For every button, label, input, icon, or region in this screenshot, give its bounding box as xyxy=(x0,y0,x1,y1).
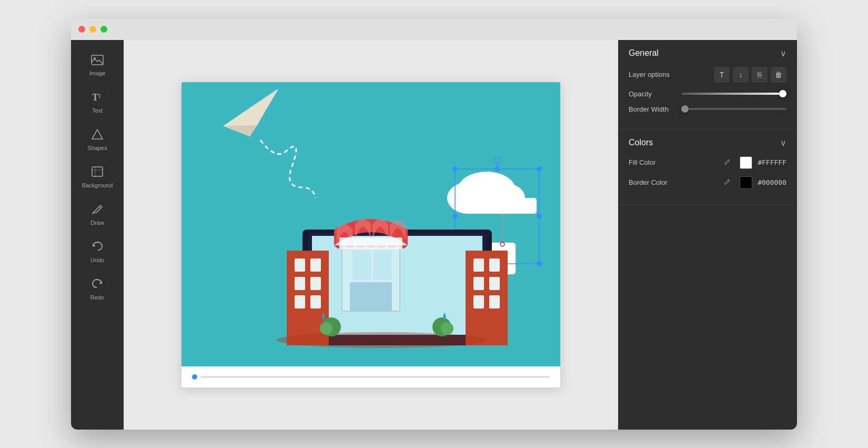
draw-icon xyxy=(91,203,104,216)
layer-options-row: Layer options T ↓ ⎘ 🗑 xyxy=(629,67,786,83)
canvas-content[interactable] xyxy=(181,82,560,366)
undo-icon xyxy=(91,241,104,254)
general-section-header: General ∨ xyxy=(629,48,786,58)
border-color-swatch[interactable] xyxy=(740,176,752,189)
general-chevron-icon[interactable]: ∨ xyxy=(780,48,786,58)
svg-rect-48 xyxy=(489,277,500,290)
border-color-hex: #000000 xyxy=(758,178,786,186)
svg-point-30 xyxy=(494,166,500,172)
image-icon xyxy=(91,55,104,67)
colors-section: Colors ∨ Fill Color #FFFFFF xyxy=(618,130,797,205)
sidebar-item-draw-label: Draw xyxy=(90,220,104,226)
svg-line-8 xyxy=(93,213,93,214)
opacity-label: Opacity xyxy=(629,90,676,98)
canvas-container[interactable] xyxy=(181,82,560,387)
svg-point-60 xyxy=(441,322,453,335)
redo-icon xyxy=(91,278,104,291)
canvas-scrollbar xyxy=(181,366,560,387)
fill-color-edit-icon[interactable] xyxy=(724,158,731,167)
svg-rect-43 xyxy=(310,295,321,308)
svg-point-26 xyxy=(452,166,458,172)
scroll-track[interactable] xyxy=(200,376,550,378)
general-section: General ∨ Layer options T ↓ ⎘ 🗑 Opacity xyxy=(618,40,797,130)
svg-rect-40 xyxy=(295,277,305,290)
colors-section-title: Colors xyxy=(629,138,653,147)
sidebar-item-image[interactable]: Image xyxy=(76,48,118,83)
border-color-row: Border Color #000000 xyxy=(629,176,786,189)
sidebar-item-shapes-label: Shapes xyxy=(87,145,107,151)
opacity-slider-thumb[interactable] xyxy=(779,90,786,97)
border-width-row: Border Width xyxy=(629,105,786,113)
layer-copy-button[interactable]: ⎘ xyxy=(752,67,768,83)
svg-point-33 xyxy=(537,214,542,219)
svg-rect-45 xyxy=(473,258,484,272)
sidebar-item-draw[interactable]: Draw xyxy=(76,197,118,232)
svg-text:T: T xyxy=(98,93,102,99)
sidebar: Image T T Text Shapes xyxy=(71,40,124,430)
svg-rect-5 xyxy=(92,167,103,176)
svg-rect-47 xyxy=(473,277,484,290)
border-color-label: Border Color xyxy=(629,178,676,186)
traffic-lights xyxy=(78,26,107,33)
opacity-row: Opacity xyxy=(629,90,786,98)
app-body: Image T T Text Shapes xyxy=(71,40,797,430)
svg-point-27 xyxy=(537,166,542,172)
layer-text-button[interactable]: T xyxy=(714,67,730,83)
svg-rect-55 xyxy=(339,237,402,249)
colors-chevron-icon[interactable]: ∨ xyxy=(780,138,786,148)
text-icon: T T xyxy=(91,91,104,104)
fill-color-row: Fill Color #FFFFFF xyxy=(629,156,786,169)
layer-options-icons: T ↓ ⎘ 🗑 xyxy=(714,67,786,83)
border-width-slider-track[interactable] xyxy=(681,108,786,110)
opacity-slider-track[interactable] xyxy=(681,93,786,95)
svg-rect-52 xyxy=(352,251,371,280)
sidebar-item-undo[interactable]: Undo xyxy=(76,234,118,270)
svg-rect-38 xyxy=(295,258,305,272)
svg-rect-54 xyxy=(350,282,392,311)
app-window: Image T T Text Shapes xyxy=(71,19,797,430)
scroll-indicator[interactable] xyxy=(192,374,197,380)
fill-color-swatch[interactable] xyxy=(740,156,752,169)
layer-options-label: Layer options xyxy=(629,71,676,78)
svg-rect-49 xyxy=(473,295,484,308)
fill-color-label: Fill Color xyxy=(629,158,676,166)
canvas-area xyxy=(124,40,618,430)
border-width-slider-thumb[interactable] xyxy=(681,105,689,113)
layer-download-button[interactable]: ↓ xyxy=(733,67,749,83)
svg-line-62 xyxy=(728,181,729,182)
maximize-button[interactable] xyxy=(100,26,107,33)
svg-rect-16 xyxy=(468,198,537,214)
sidebar-item-redo[interactable]: Redo xyxy=(76,272,118,307)
svg-rect-50 xyxy=(489,295,500,308)
border-color-edit-icon[interactable] xyxy=(724,178,731,187)
svg-rect-53 xyxy=(374,251,392,280)
svg-point-32 xyxy=(452,214,458,219)
sidebar-item-text-label: Text xyxy=(92,107,103,114)
svg-point-58 xyxy=(320,322,332,335)
background-icon xyxy=(91,166,104,179)
sidebar-item-text[interactable]: T T Text xyxy=(76,85,118,120)
sidebar-item-shapes[interactable]: Shapes xyxy=(76,122,118,157)
svg-line-61 xyxy=(728,161,729,162)
close-button[interactable] xyxy=(78,26,85,33)
shapes-icon xyxy=(91,128,104,142)
sidebar-item-undo-label: Undo xyxy=(90,257,104,263)
svg-rect-44 xyxy=(466,251,508,345)
colors-section-header: Colors ∨ xyxy=(629,138,786,148)
svg-rect-42 xyxy=(295,295,305,308)
svg-rect-39 xyxy=(310,258,321,272)
svg-point-29 xyxy=(537,261,542,266)
border-width-label: Border Width xyxy=(629,105,676,113)
minimize-button[interactable] xyxy=(89,26,96,33)
general-section-title: General xyxy=(629,48,659,58)
svg-rect-41 xyxy=(310,277,321,290)
title-bar xyxy=(71,19,797,40)
sidebar-item-background[interactable]: Background xyxy=(76,160,118,195)
layer-delete-button[interactable]: 🗑 xyxy=(771,67,786,83)
sidebar-item-redo-label: Redo xyxy=(90,294,104,301)
svg-marker-4 xyxy=(92,130,103,139)
right-panel: General ∨ Layer options T ↓ ⎘ 🗑 Opacity xyxy=(618,40,797,430)
sidebar-item-background-label: Background xyxy=(82,182,113,188)
svg-rect-46 xyxy=(489,258,500,272)
svg-point-56 xyxy=(276,332,487,348)
